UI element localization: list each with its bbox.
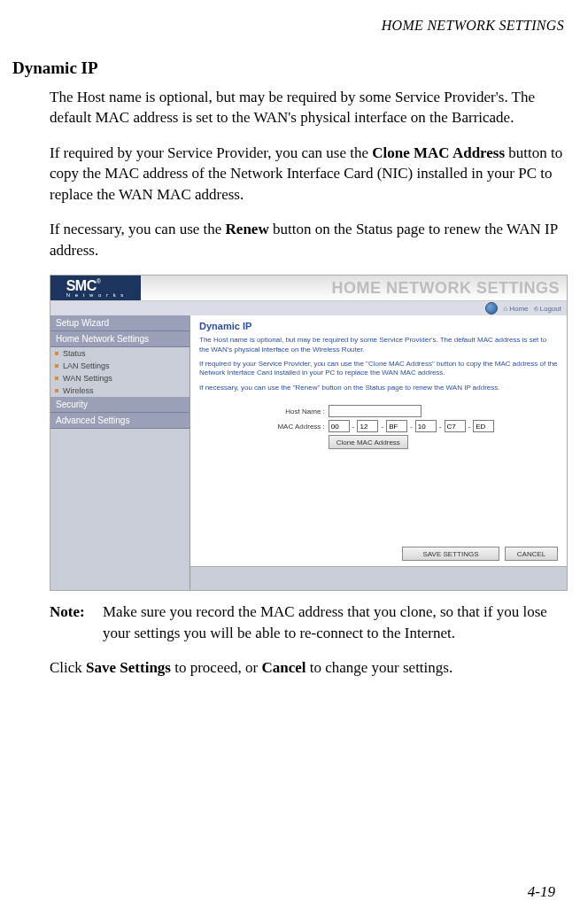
mac-sep: -	[407, 423, 415, 431]
sidebar: Setup Wizard Home Network Settings Statu…	[50, 315, 190, 590]
mac-sep: -	[350, 423, 358, 431]
toolbar-left-spacer	[50, 301, 189, 315]
sidebar-item-lan-settings[interactable]: LAN Settings	[50, 360, 189, 372]
mac-sep: -	[378, 423, 386, 431]
save-settings-button[interactable]: SAVE SETTINGS	[402, 547, 499, 561]
dynamic-ip-form: Host Name : MAC Address : - - - -	[263, 405, 494, 452]
mac-octet-5[interactable]	[445, 420, 466, 432]
closing-b: Save Settings	[86, 659, 171, 676]
paragraph-3: If necessary, you can use the Renew butt…	[50, 219, 564, 260]
mac-sep: -	[466, 423, 474, 431]
section-heading: Dynamic IP	[12, 58, 564, 78]
mac-octet-2[interactable]	[357, 420, 378, 432]
closing-a: Click	[50, 659, 86, 676]
paragraph-2-a: If required by your Service Provider, yo…	[50, 144, 372, 161]
router-screenshot: SMC® N e t w o r k s HOME NETWORK SETTIN…	[50, 275, 568, 591]
toolbar-globe[interactable]	[485, 302, 498, 314]
closing-paragraph: Click Save Settings to proceed, or Cance…	[50, 657, 564, 678]
paragraph-3-bold: Renew	[226, 221, 269, 237]
sidebar-home-network-settings[interactable]: Home Network Settings	[50, 331, 189, 347]
content-paragraph-1: The Host name is optional, but may be re…	[199, 336, 558, 354]
paragraph-2: If required by your Service Provider, yo…	[50, 143, 564, 205]
host-name-input[interactable]	[329, 405, 421, 417]
sidebar-setup-wizard[interactable]: Setup Wizard	[50, 315, 189, 331]
banner-title: HOME NETWORK SETTINGS	[141, 276, 567, 300]
note-text: Make sure you record the MAC address tha…	[103, 602, 555, 643]
mac-sep: -	[437, 423, 445, 431]
mac-octet-6[interactable]	[473, 420, 494, 432]
mac-octet-4[interactable]	[415, 420, 437, 432]
logout-icon: ⎋	[534, 305, 538, 313]
sidebar-item-status[interactable]: Status	[50, 347, 189, 360]
home-icon: ⌂	[503, 305, 507, 313]
smc-logo: SMC® N e t w o r k s	[50, 276, 141, 300]
toolbar-home-label: Home	[509, 305, 528, 313]
globe-icon	[485, 302, 498, 314]
sidebar-item-wan-settings[interactable]: WAN Settings	[50, 372, 189, 384]
closing-d: Cancel	[261, 659, 305, 676]
sidebar-advanced-settings[interactable]: Advanced Settings	[50, 413, 189, 429]
cancel-button[interactable]: CANCEL	[505, 547, 558, 561]
host-name-label: Host Name :	[263, 408, 329, 415]
running-header: HOME NETWORK SETTINGS	[12, 18, 564, 34]
closing-e: to change your settings.	[305, 659, 452, 676]
paragraph-1: The Host name is optional, but may be re…	[50, 87, 564, 128]
mac-octet-3[interactable]	[386, 420, 407, 432]
note-label: Note:	[50, 602, 103, 643]
content-title: Dynamic IP	[199, 321, 558, 331]
paragraph-2-bold: Clone MAC Address	[372, 144, 505, 161]
sidebar-security[interactable]: Security	[50, 397, 189, 413]
page-number: 4-19	[528, 883, 555, 901]
toolbar-logout-label: Logout	[540, 305, 561, 313]
content-paragraph-3: If necessary, you can use the "Renew" bu…	[199, 384, 558, 392]
closing-c: to proceed, or	[171, 659, 261, 676]
toolbar-logout-link[interactable]: ⎋ Logout	[534, 305, 561, 313]
content-paragraph-2: If required by your Service Provider, yo…	[199, 360, 558, 378]
paragraph-3-a: If necessary, you can use the	[50, 221, 226, 237]
logo-text: SMC	[66, 278, 97, 293]
sidebar-item-wireless[interactable]: Wireless	[50, 384, 189, 397]
logo-registered: ®	[97, 278, 101, 284]
logo-subtext: N e t w o r k s	[66, 292, 126, 298]
mac-address-label: MAC Address :	[263, 423, 329, 431]
content-footer-strip	[190, 566, 567, 590]
mac-octet-1[interactable]	[329, 420, 350, 432]
clone-mac-button[interactable]: Clone MAC Address	[329, 435, 408, 449]
toolbar-home-link[interactable]: ⌂ Home	[503, 305, 528, 313]
